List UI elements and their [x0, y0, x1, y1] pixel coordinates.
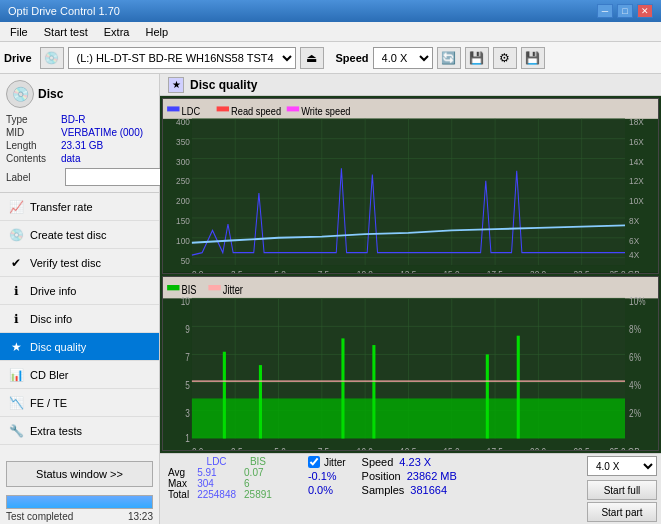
window-controls: ─ □ ✕ [597, 4, 653, 18]
nav-verify-test-disc[interactable]: ✔ Verify test disc [0, 249, 159, 277]
nav-cd-bler[interactable]: 📊 CD Bler [0, 361, 159, 389]
speed-select-stats[interactable]: 4.0 X [587, 456, 657, 476]
status-area: Status window >> Test completed 13:23 [0, 457, 159, 524]
svg-rect-6 [287, 106, 299, 111]
contents-value: data [61, 153, 80, 164]
close-button[interactable]: ✕ [637, 4, 653, 18]
svg-text:20.0: 20.0 [530, 269, 546, 273]
nav-fe-te[interactable]: 📉 FE / TE [0, 389, 159, 417]
svg-text:2.5: 2.5 [231, 269, 242, 273]
total-ldc: 2254848 [193, 489, 240, 500]
max-label: Max [164, 478, 193, 489]
drive-icon-btn[interactable]: 💿 [40, 47, 64, 69]
nav-disc-info-label: Disc info [30, 313, 72, 325]
svg-rect-79 [372, 345, 375, 438]
nav-transfer-rate[interactable]: 📈 Transfer rate [0, 193, 159, 221]
menu-help[interactable]: Help [139, 24, 174, 40]
drive-select[interactable]: (L:) HL-DT-ST BD-RE WH16NS58 TST4 [68, 47, 296, 69]
svg-text:8%: 8% [629, 322, 641, 334]
menu-extra[interactable]: Extra [98, 24, 136, 40]
cd-bler-icon: 📊 [8, 367, 24, 383]
svg-rect-76 [223, 351, 226, 438]
disc-icon: 💿 [6, 80, 34, 108]
svg-text:10X: 10X [629, 196, 644, 207]
svg-text:100: 100 [176, 235, 190, 246]
svg-text:Write speed: Write speed [301, 105, 351, 117]
svg-text:0.0: 0.0 [192, 269, 203, 273]
start-full-button[interactable]: Start full [587, 480, 657, 500]
disc-info-icon: ℹ [8, 311, 24, 327]
panel-icon: ★ [168, 77, 184, 93]
nav-cd-bler-label: CD Bler [30, 369, 69, 381]
svg-text:4X: 4X [629, 249, 639, 260]
svg-text:22.5: 22.5 [573, 445, 589, 450]
svg-text:250: 250 [176, 176, 190, 187]
disc-write-btn[interactable]: 💾 [465, 47, 489, 69]
mid-key: MID [6, 127, 61, 138]
create-disc-icon: 💿 [8, 227, 24, 243]
menu-file[interactable]: File [4, 24, 34, 40]
svg-rect-2 [167, 106, 179, 111]
avg-label: Avg [164, 467, 193, 478]
max-bis: 6 [240, 478, 276, 489]
svg-text:10: 10 [181, 294, 190, 306]
svg-rect-55 [167, 285, 179, 290]
speed-value: 4.23 X [399, 456, 431, 468]
max-jitter: 0.0% [308, 484, 346, 496]
svg-text:16X: 16X [629, 136, 644, 147]
refresh-btn[interactable]: 🔄 [437, 47, 461, 69]
speed-label: Speed [336, 52, 369, 64]
nav-disc-quality[interactable]: ★ Disc quality [0, 333, 159, 361]
drive-info-icon: ℹ [8, 283, 24, 299]
save-btn[interactable]: 💾 [521, 47, 545, 69]
nav-drive-info[interactable]: ℹ Drive info [0, 277, 159, 305]
speed-label: Speed [362, 456, 394, 468]
maximize-button[interactable]: □ [617, 4, 633, 18]
speed-row: Speed 4.23 X [362, 456, 457, 468]
start-part-button[interactable]: Start part [587, 502, 657, 522]
jitter-checkbox[interactable] [308, 456, 320, 468]
svg-text:18X: 18X [629, 116, 644, 127]
right-panel: ★ Disc quality LDC Read speed Write spee… [160, 74, 661, 524]
nav-extra-tests[interactable]: 🔧 Extra tests [0, 417, 159, 445]
settings-btn[interactable]: ⚙ [493, 47, 517, 69]
svg-text:6%: 6% [629, 351, 641, 363]
label-key: Label [6, 172, 61, 183]
nav-create-test-disc[interactable]: 💿 Create test disc [0, 221, 159, 249]
svg-text:8X: 8X [629, 215, 639, 226]
ldc-header: LDC [193, 456, 240, 467]
stats-table: LDC BIS Avg 5.91 0.07 Max 304 6 Total 22… [164, 456, 292, 500]
nav-extra-tests-label: Extra tests [30, 425, 82, 437]
speed-select[interactable]: 4.0 X [373, 47, 433, 69]
titlebar: Opti Drive Control 1.70 ─ □ ✕ [0, 0, 661, 22]
minimize-button[interactable]: ─ [597, 4, 613, 18]
svg-text:4%: 4% [629, 379, 641, 391]
jitter-stats: Jitter -0.1% 0.0% [308, 456, 346, 496]
mid-value: VERBATIMe (000) [61, 127, 143, 138]
svg-text:400: 400 [176, 116, 190, 127]
svg-text:Read speed: Read speed [231, 105, 281, 117]
eject-btn[interactable]: ⏏ [300, 47, 324, 69]
status-text-label: Test completed [6, 511, 73, 522]
svg-rect-80 [486, 354, 489, 438]
nav-disc-info[interactable]: ℹ Disc info [0, 305, 159, 333]
position-row: Position 23862 MB [362, 470, 457, 482]
main-content: 💿 Disc Type BD-R MID VERBATIMe (000) Len… [0, 74, 661, 524]
status-window-btn[interactable]: Status window >> [6, 461, 153, 487]
length-value: 23.31 GB [61, 140, 103, 151]
svg-text:7: 7 [185, 351, 190, 363]
type-key: Type [6, 114, 61, 125]
transfer-rate-icon: 📈 [8, 199, 24, 215]
toolbar: Drive 💿 (L:) HL-DT-ST BD-RE WH16NS58 TST… [0, 42, 661, 74]
extra-tests-icon: 🔧 [8, 423, 24, 439]
avg-jitter: -0.1% [308, 470, 346, 482]
menu-starttest[interactable]: Start test [38, 24, 94, 40]
drive-label: Drive [4, 52, 32, 64]
sidebar: 💿 Disc Type BD-R MID VERBATIMe (000) Len… [0, 74, 160, 524]
svg-text:Jitter: Jitter [223, 283, 243, 296]
position-value: 23862 MB [407, 470, 457, 482]
svg-text:6X: 6X [629, 235, 639, 246]
disc-label-row: Label ⚙ [6, 168, 153, 186]
svg-text:50: 50 [181, 255, 190, 266]
svg-text:22.5: 22.5 [573, 269, 589, 273]
